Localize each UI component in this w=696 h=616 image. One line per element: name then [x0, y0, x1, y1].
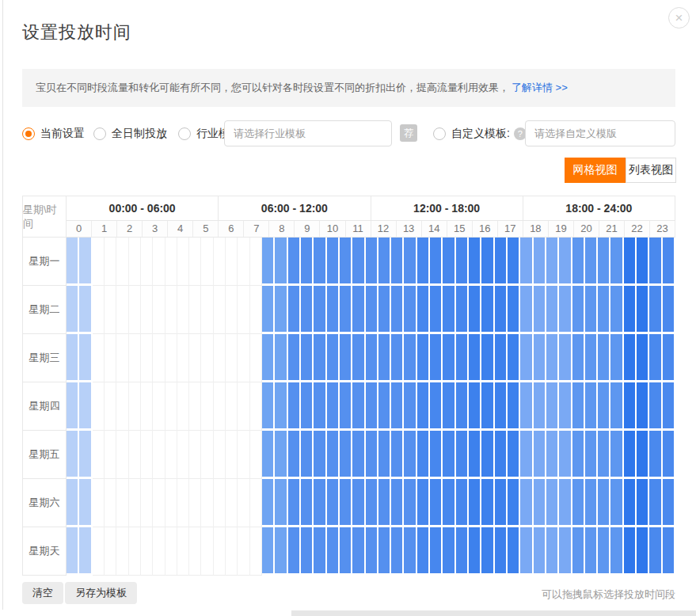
- schedule-cell[interactable]: [663, 238, 675, 286]
- schedule-cell[interactable]: [352, 334, 365, 382]
- schedule-cell[interactable]: [116, 479, 128, 527]
- schedule-cell[interactable]: [177, 382, 189, 431]
- schedule-cell[interactable]: [93, 479, 105, 527]
- schedule-cell[interactable]: [637, 527, 649, 576]
- schedule-cell[interactable]: [129, 238, 141, 286]
- schedule-cell[interactable]: [301, 527, 314, 576]
- schedule-cell[interactable]: [250, 286, 262, 334]
- schedule-cell[interactable]: [327, 382, 340, 431]
- schedule-cell[interactable]: [391, 334, 404, 382]
- schedule-cell[interactable]: [201, 431, 213, 479]
- schedule-cell[interactable]: [288, 527, 301, 576]
- schedule-cell[interactable]: [93, 431, 105, 479]
- schedule-cell[interactable]: [288, 334, 301, 382]
- schedule-cell[interactable]: [649, 479, 662, 527]
- schedule-cell[interactable]: [153, 238, 165, 286]
- schedule-cell[interactable]: [534, 527, 546, 576]
- schedule-cell[interactable]: [585, 286, 598, 334]
- schedule-cell[interactable]: [116, 527, 128, 576]
- schedule-cell[interactable]: [585, 382, 598, 431]
- schedule-cell[interactable]: [610, 527, 623, 576]
- schedule-cell[interactable]: [238, 334, 249, 382]
- schedule-cell[interactable]: [534, 238, 546, 286]
- schedule-cell[interactable]: [327, 527, 340, 576]
- schedule-cell[interactable]: [314, 431, 326, 479]
- schedule-cell[interactable]: [378, 527, 391, 576]
- schedule-cell[interactable]: [508, 479, 520, 527]
- radio-current-settings[interactable]: 当前设置: [22, 120, 85, 146]
- schedule-cell[interactable]: [443, 334, 455, 382]
- schedule-cell[interactable]: [314, 286, 326, 334]
- schedule-cell[interactable]: [456, 527, 469, 576]
- schedule-cell[interactable]: [456, 238, 469, 286]
- schedule-cell[interactable]: [352, 431, 365, 479]
- radio-all-day[interactable]: 全日制投放: [93, 120, 167, 146]
- schedule-cell[interactable]: [141, 238, 153, 286]
- schedule-cell[interactable]: [585, 479, 598, 527]
- schedule-cell[interactable]: [598, 238, 610, 286]
- schedule-cell[interactable]: [534, 334, 546, 382]
- schedule-cell[interactable]: [116, 382, 128, 431]
- schedule-cell[interactable]: [598, 334, 610, 382]
- schedule-cell[interactable]: [153, 286, 165, 334]
- schedule-cell[interactable]: [417, 286, 430, 334]
- schedule-cell[interactable]: [572, 286, 585, 334]
- schedule-cell[interactable]: [79, 334, 92, 382]
- schedule-cell[interactable]: [226, 382, 238, 431]
- schedule-cell[interactable]: [559, 334, 572, 382]
- schedule-cell[interactable]: [250, 334, 262, 382]
- schedule-cell[interactable]: [663, 334, 675, 382]
- schedule-cell[interactable]: [262, 479, 275, 527]
- schedule-cell[interactable]: [275, 334, 287, 382]
- schedule-cell[interactable]: [177, 527, 189, 576]
- schedule-cell[interactable]: [443, 479, 455, 527]
- schedule-cell[interactable]: [238, 286, 249, 334]
- schedule-cell[interactable]: [481, 431, 494, 479]
- schedule-cell[interactable]: [288, 431, 301, 479]
- schedule-cell[interactable]: [546, 527, 559, 576]
- schedule-cell[interactable]: [79, 431, 92, 479]
- schedule-cell[interactable]: [649, 286, 662, 334]
- schedule-cell[interactable]: [663, 382, 675, 431]
- schedule-cell[interactable]: [495, 479, 508, 527]
- schedule-cell[interactable]: [262, 238, 275, 286]
- schedule-cell[interactable]: [352, 238, 365, 286]
- schedule-cell[interactable]: [129, 431, 141, 479]
- schedule-cell[interactable]: [417, 431, 430, 479]
- schedule-cell[interactable]: [624, 238, 637, 286]
- schedule-cell[interactable]: [481, 527, 494, 576]
- schedule-cell[interactable]: [391, 286, 404, 334]
- schedule-cell[interactable]: [585, 334, 598, 382]
- schedule-cell[interactable]: [177, 286, 189, 334]
- schedule-cell[interactable]: [495, 527, 508, 576]
- schedule-cell[interactable]: [275, 479, 287, 527]
- schedule-cell[interactable]: [275, 527, 287, 576]
- schedule-cell[interactable]: [649, 238, 662, 286]
- schedule-cell[interactable]: [663, 431, 675, 479]
- schedule-cell[interactable]: [378, 286, 391, 334]
- schedule-cell[interactable]: [177, 431, 189, 479]
- schedule-cell[interactable]: [238, 527, 249, 576]
- tab-grid-view[interactable]: 网格视图: [565, 158, 626, 183]
- schedule-cell[interactable]: [177, 334, 189, 382]
- schedule-cell[interactable]: [165, 479, 177, 527]
- schedule-cell[interactable]: [430, 334, 443, 382]
- schedule-cell[interactable]: [663, 479, 675, 527]
- schedule-cell[interactable]: [404, 334, 416, 382]
- schedule-cell[interactable]: [598, 382, 610, 431]
- schedule-cell[interactable]: [495, 238, 508, 286]
- schedule-cell[interactable]: [201, 238, 213, 286]
- schedule-cell[interactable]: [226, 431, 238, 479]
- schedule-cell[interactable]: [250, 431, 262, 479]
- industry-template-input[interactable]: [224, 120, 392, 146]
- schedule-cell[interactable]: [262, 334, 275, 382]
- schedule-cell[interactable]: [153, 431, 165, 479]
- schedule-cell[interactable]: [352, 382, 365, 431]
- schedule-cell[interactable]: [404, 286, 416, 334]
- schedule-cell[interactable]: [572, 527, 585, 576]
- schedule-cell[interactable]: [481, 238, 494, 286]
- schedule-cell[interactable]: [79, 479, 92, 527]
- schedule-cell[interactable]: [520, 479, 533, 527]
- schedule-cell[interactable]: [93, 527, 105, 576]
- schedule-cell[interactable]: [430, 431, 443, 479]
